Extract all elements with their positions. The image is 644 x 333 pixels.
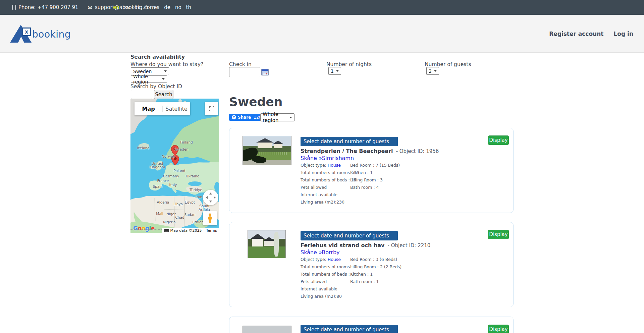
object-id-input[interactable] (131, 90, 152, 99)
listing-card: Select date and number of guests Display (229, 317, 514, 333)
guests-select[interactable]: 2 (426, 67, 439, 75)
city-link[interactable]: Borrby (322, 249, 339, 256)
display-button[interactable]: Display (488, 325, 509, 333)
listing-object-id: - Object ID: 1956 (396, 148, 439, 154)
abooking-logo[interactable]: x booking (10, 24, 97, 44)
lang-dk[interactable]: dk (134, 4, 140, 10)
top-bar: Phone: +47 900 207 91 ✉ support@abooking… (0, 0, 644, 15)
region-link[interactable]: Skåne (301, 155, 317, 161)
select-date-banner: Select date and number of guests (301, 137, 398, 146)
chevron-down-icon (434, 70, 437, 72)
checkin-input[interactable] (229, 67, 260, 77)
pegman-control[interactable] (203, 211, 217, 225)
fullscreen-icon (209, 106, 214, 111)
listing-name[interactable]: Strandperlen / The Beachpearl (301, 148, 393, 154)
chevron-down-icon (162, 78, 165, 80)
region-link[interactable]: Skåne (301, 249, 317, 256)
select-date-banner: Select date and number of guests (301, 231, 398, 240)
listing-title: Strandperlen / The Beachpearl - Object I… (301, 148, 439, 154)
lang-de[interactable]: de (164, 4, 170, 10)
map-data-text: Map data ©2025 (170, 228, 202, 233)
nights-label: Number of nights (326, 61, 372, 67)
object-type-link[interactable]: House (328, 163, 341, 168)
language-switcher: en sv dk fr es de no th (113, 0, 191, 15)
object-type-link[interactable]: House (328, 257, 341, 262)
chevron-down-icon (336, 70, 339, 72)
listing-card: Select date and number of guests Strandp… (229, 128, 514, 213)
lang-es[interactable]: es (154, 4, 159, 10)
fullscreen-button[interactable] (205, 102, 218, 115)
object-id-label: Search by Object ID (130, 84, 182, 90)
facebook-share-button[interactable]: f Share 120 (229, 114, 264, 121)
map-marker-icon (172, 155, 179, 165)
pegman-icon (207, 213, 213, 223)
checkin-label: Check in (229, 61, 252, 67)
listing-details-left: Object type: House Total numbers of room… (301, 257, 357, 301)
email-icon: ✉ (88, 4, 92, 11)
map-type-control: Map Satellite (135, 102, 190, 115)
listing-photo[interactable] (243, 136, 291, 165)
listing-name[interactable]: Feriehus vid strand och hav (301, 242, 385, 248)
chevron-down-icon (289, 117, 292, 118)
register-account-link[interactable]: Register account (549, 31, 603, 37)
logo-x-icon: x (22, 27, 31, 36)
listing-details-right: Bed Room : 7 (15 Beds) Kitchen : 1 Livin… (350, 162, 400, 192)
google-map[interactable]: IcelandFinlandSwedenNorwayUnited Kingdom… (130, 99, 219, 233)
listing-photo[interactable] (243, 326, 291, 333)
pan-control[interactable] (203, 190, 218, 205)
pan-arrows-icon (205, 192, 216, 203)
city-link[interactable]: Simrishamn (322, 155, 354, 161)
phone-number: Phone: +47 900 207 91 (18, 4, 78, 10)
guests-label: Number of guests (425, 61, 471, 67)
display-button[interactable]: Display (488, 230, 509, 239)
satellite-button[interactable]: Satellite (162, 106, 190, 112)
display-button[interactable]: Display (488, 135, 509, 145)
facebook-icon: f (232, 115, 236, 119)
listing-title: Feriehus vid strand och hav - Object ID:… (301, 242, 430, 248)
listing-location-links: Skåne »Simrishamn (301, 155, 354, 161)
where-label: Where do you want to stay? (130, 61, 203, 67)
map-button[interactable]: Map (135, 106, 162, 112)
lang-no[interactable]: no (175, 4, 181, 10)
listing-object-id: - Object ID: 2210 (388, 242, 431, 248)
calendar-icon[interactable] (261, 69, 269, 75)
listing-details-right: Bed Room : 3 (6 Beds) Living Room : 2 (2… (350, 257, 401, 286)
lang-th[interactable]: th (186, 4, 191, 10)
keyboard-icon (164, 229, 169, 232)
select-date-banner: Select date and number of guests (301, 325, 398, 333)
map-attribution: Map data ©2025 Terms (162, 228, 219, 233)
search-availability-title: Search availability (130, 54, 185, 60)
listing-card: Select date and number of guests Feriehu… (229, 222, 514, 307)
region-select[interactable]: Whole region (131, 75, 167, 82)
lang-en[interactable]: en (113, 4, 119, 10)
phone-icon (12, 5, 16, 10)
listing-photo[interactable] (248, 230, 286, 258)
nights-select[interactable]: 1 (328, 67, 341, 75)
lang-sv[interactable]: sv (124, 4, 130, 10)
logo-wordmark: booking (32, 29, 71, 40)
chevron-down-icon (164, 70, 167, 72)
results-region-select[interactable]: Whole region (260, 113, 294, 121)
listing-location-links: Skåne »Borrby (301, 249, 340, 256)
map-terms-link[interactable]: Terms (206, 228, 217, 233)
login-link[interactable]: Log in (613, 31, 633, 37)
object-id-search-button[interactable]: Search (154, 90, 173, 99)
page-title: Sweden (229, 95, 282, 109)
header-nav: Register account Log in (549, 15, 633, 53)
lang-fr[interactable]: fr (145, 4, 149, 10)
